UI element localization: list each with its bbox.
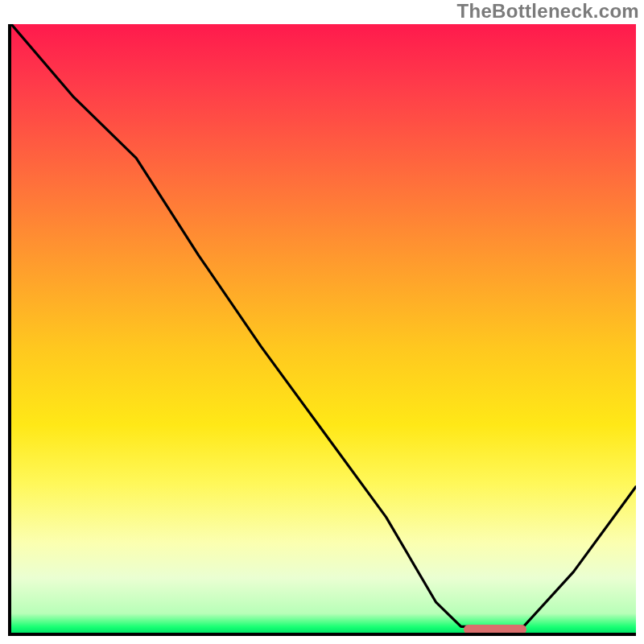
- watermark-text: TheBottleneck.com: [457, 0, 639, 23]
- bottleneck-curve-path: [11, 24, 636, 626]
- optimal-range-marker: [464, 625, 526, 634]
- chart-area: [8, 24, 636, 636]
- curve-svg: [11, 24, 636, 633]
- chart-frame: TheBottleneck.com: [0, 0, 644, 644]
